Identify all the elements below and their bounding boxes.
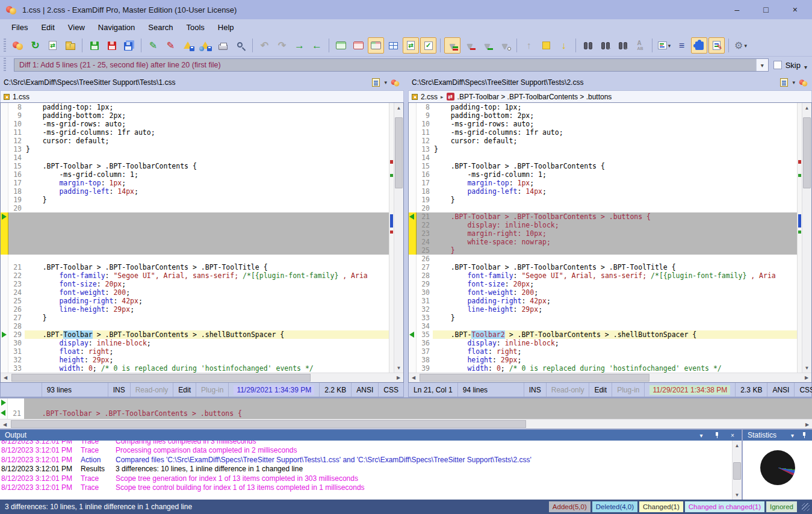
status-edit[interactable]: Edit <box>173 383 196 397</box>
filter-changes-button[interactable]: ▼ <box>479 37 495 54</box>
menu-tools[interactable]: Tools <box>179 21 211 34</box>
code-line[interactable]: 16 -ms-grid-column: 1; <box>409 170 797 179</box>
chevron-down-icon[interactable]: ▾ <box>697 432 705 439</box>
compare-button[interactable] <box>10 37 26 54</box>
previous-diff-button[interactable]: ↑ <box>521 37 537 54</box>
second-file-vertical-scrollbar[interactable]: ▲ ▼ <box>802 103 811 373</box>
code-line[interactable]: 23 margin-right: 10px; <box>409 229 797 238</box>
code-line[interactable] <box>1 238 389 246</box>
diff-stat-badge[interactable]: Changed in changed(1) <box>685 501 764 512</box>
code-line[interactable]: 9 padding-bottom: 2px; <box>1 111 389 120</box>
breadcrumb-file-name[interactable]: 2.css <box>421 93 438 101</box>
scroll-left-button[interactable]: ◀ <box>1 373 10 382</box>
status-readonly[interactable]: Read-only <box>547 383 590 397</box>
scroll-down-button[interactable]: ▼ <box>394 363 403 373</box>
code-line[interactable]: 10 -ms-grid-rows: auto; <box>1 120 389 128</box>
menu-help[interactable]: Help <box>211 21 241 34</box>
toolbar-drag-handle[interactable] <box>4 39 6 53</box>
code-line[interactable] <box>1 229 389 238</box>
pin-icon[interactable] <box>713 432 721 439</box>
merge-row[interactable]: 21 .BPT-Toolbar > .BPT-ToolbarContents >… <box>0 409 812 419</box>
filter-all-diffs-button[interactable]: ▼ <box>444 37 460 54</box>
code-line[interactable]: 13} <box>1 145 389 153</box>
first-file-diff-map[interactable] <box>389 103 394 373</box>
code-line[interactable]: 17 margin-top: 1px; <box>409 179 797 187</box>
status-syntax[interactable]: CSS <box>795 383 812 397</box>
code-line[interactable]: 10 -ms-grid-rows: auto; <box>409 120 797 128</box>
scrollbar-thumb[interactable] <box>11 374 311 382</box>
code-line[interactable]: 27 } <box>1 314 389 322</box>
code-line[interactable]: 8 padding-top: 1px; <box>409 103 797 111</box>
close-button[interactable]: × <box>793 5 798 14</box>
output-log-row[interactable]: 8/12/2023 3:12:01 PMTraceComparing files… <box>1 441 732 446</box>
scroll-down-button[interactable]: ▼ <box>733 490 742 500</box>
code-line[interactable]: 35 .BPT-Toolbar2 > .BPT-ToolbarContents … <box>409 330 797 339</box>
diff-combobox-dropdown-button[interactable]: ▾ <box>756 59 768 71</box>
menu-files[interactable]: Files <box>5 21 34 34</box>
output-log-row[interactable]: 8/12/2023 3:12:01 PMTraceProcessing comp… <box>1 446 732 456</box>
chevron-down-icon[interactable]: ▾ <box>804 64 807 70</box>
file-actions-icon[interactable] <box>372 78 380 87</box>
editor-options-button[interactable]: ✎ <box>708 37 725 54</box>
diff-stat-badge[interactable]: Ignored <box>766 501 797 512</box>
code-line[interactable]: 14 <box>1 153 389 162</box>
recompare-button[interactable]: ↻ <box>27 37 43 54</box>
filter-deletions-button[interactable]: ▼ <box>462 37 478 54</box>
redo-button[interactable]: ↷ <box>274 37 290 54</box>
resize-grip-icon[interactable] <box>802 503 810 511</box>
current-diff-button[interactable] <box>538 37 554 54</box>
merge-row[interactable] <box>0 398 812 409</box>
code-line[interactable]: 33 width: 0; /* 0 is replaced during 'ho… <box>1 364 389 373</box>
code-line[interactable]: 9 padding-bottom: 2px; <box>409 111 797 120</box>
status-encoding[interactable]: ANSI <box>767 383 795 397</box>
breadcrumb-scope[interactable]: .BPT-Toolbar > .BPT-ToolbarContents > .b… <box>457 93 612 101</box>
next-diff-button[interactable]: ↓ <box>556 37 572 54</box>
scrollbar-thumb[interactable] <box>395 117 403 188</box>
undo-button[interactable]: ↶ <box>256 37 273 54</box>
compare-icon[interactable] <box>799 79 808 86</box>
code-line[interactable]: 23 font-size: 20px; <box>1 280 389 288</box>
code-line[interactable]: 26 <box>409 255 797 263</box>
show-split-panes-button[interactable] <box>368 37 384 54</box>
status-encoding[interactable]: ANSI <box>352 383 379 397</box>
scroll-left-button[interactable]: ◀ <box>409 373 418 382</box>
second-file-horizontal-scrollbar[interactable]: ◀ ▶ <box>409 373 811 382</box>
file-actions-icon[interactable] <box>780 78 788 87</box>
menu-search[interactable]: Search <box>141 21 179 34</box>
menu-edit[interactable]: Edit <box>34 21 61 34</box>
scroll-right-button[interactable]: ▶ <box>802 373 811 382</box>
output-log-row[interactable]: 8/12/2023 3:12:01 PMTraceScope tree gene… <box>1 474 732 483</box>
status-readonly[interactable]: Read-only <box>131 383 174 397</box>
menu-navigation[interactable]: Navigation <box>91 21 141 34</box>
code-line[interactable]: 33 } <box>409 314 797 322</box>
code-line[interactable]: 32 line-height: 29px; <box>409 305 797 314</box>
diff-list-button[interactable]: ▾ <box>656 37 672 54</box>
output-log-row[interactable]: 8/12/2023 3:12:01 PMTraceScope tree cont… <box>1 483 732 493</box>
status-edit[interactable]: Edit <box>589 383 612 397</box>
code-line[interactable]: 31 float: right; <box>1 347 389 356</box>
save-merge-file-button[interactable] <box>180 37 196 54</box>
diff-stat-badge[interactable]: Added(5,0) <box>549 501 590 512</box>
scrollbar-thumb[interactable] <box>733 462 741 480</box>
pane-splitter[interactable] <box>404 75 408 397</box>
code-line[interactable]: 29 font-size: 20px; <box>409 280 797 288</box>
status-insert-mode[interactable]: INS <box>108 383 131 397</box>
first-file-horizontal-scrollbar[interactable]: ◀ ▶ <box>1 373 403 382</box>
status-plugin[interactable]: Plug-in <box>612 383 645 397</box>
code-line[interactable]: 27 .BPT-Toolbar > .BPT-ToolbarContents >… <box>409 263 797 271</box>
output-log-row[interactable]: 8/12/2023 3:12:01 PMActionCompared files… <box>1 455 732 465</box>
scrollbar-thumb[interactable] <box>11 420 526 428</box>
code-line[interactable] <box>1 255 389 263</box>
scroll-up-button[interactable]: ▲ <box>733 441 742 450</box>
code-line[interactable]: 8 padding-top: 1px; <box>1 103 389 111</box>
copy-block-left-button[interactable]: ← <box>309 37 325 54</box>
output-log-row[interactable]: 8/12/2023 3:12:01 PMResults3 differences… <box>1 465 732 474</box>
code-line[interactable]: 38 height: 29px; <box>409 356 797 364</box>
maximize-button[interactable]: □ <box>763 5 768 14</box>
code-line[interactable]: 34 <box>409 322 797 330</box>
code-line[interactable]: 12 cursor: default; <box>409 137 797 145</box>
code-line[interactable]: 25 } <box>409 246 797 255</box>
horizontal-layout-button[interactable] <box>385 37 401 54</box>
code-line[interactable]: 22 font-family: "Segoe UI", Arial, sans-… <box>1 271 389 280</box>
swap-panes-button[interactable]: ⇄ <box>403 37 419 54</box>
